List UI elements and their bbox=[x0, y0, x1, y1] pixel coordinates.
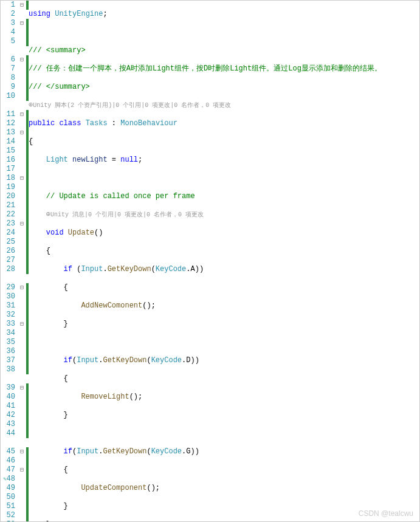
codelens-update[interactable]: Unity 消息|0 个引用|0 项更改|0 名作者，0 项更改 bbox=[50, 211, 204, 218]
codelens-class[interactable]: Unity 脚本(2 个资产引用)|0 个引用|0 项更改|0 名作者，0 项更… bbox=[33, 102, 231, 109]
fold-gutter[interactable]: ⊟⊟⊟⊟⊟⊟⊟⊟⊟⊟⊟⊟ bbox=[18, 1, 26, 521]
line-number-gutter: 1234567891011121314151617181920212223242… bbox=[1, 1, 18, 521]
code-editor[interactable]: 1234567891011121314151617181920212223242… bbox=[1, 1, 419, 521]
watermark: CSDN @tealcwu bbox=[359, 509, 413, 518]
code-content[interactable]: using UnityEngine; /// <summary> /// 任务：… bbox=[29, 1, 419, 521]
